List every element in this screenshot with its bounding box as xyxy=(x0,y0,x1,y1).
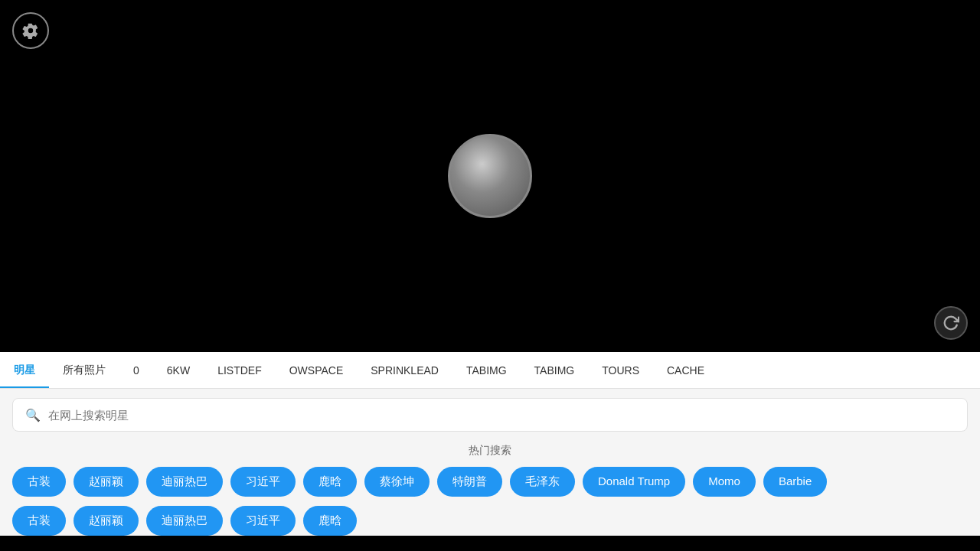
search-icon: 🔍 xyxy=(25,408,41,422)
tag-zhaoliying[interactable]: 赵丽颖 xyxy=(74,467,139,497)
video-area xyxy=(0,0,980,352)
bottom-tag-4[interactable]: 鹿晗 xyxy=(303,506,357,536)
tag-luhan[interactable]: 鹿晗 xyxy=(303,467,357,497)
tag-telangpu[interactable]: 特朗普 xyxy=(437,467,502,497)
search-input[interactable] xyxy=(48,409,955,422)
tab-tours[interactable]: TOURS xyxy=(588,352,653,388)
loading-spinner xyxy=(448,134,532,218)
tab-all-photos[interactable]: 所有照片 xyxy=(49,352,119,388)
bottom-tag-3[interactable]: 习近平 xyxy=(230,506,296,536)
tab-mingxing[interactable]: 明星 xyxy=(0,352,49,388)
hot-search-title: 热门搜索 xyxy=(12,444,968,458)
refresh-button[interactable] xyxy=(934,306,968,340)
tab-bar: 明星 所有照片 0 6KW LISTDEF OWSPACE SPRINKLEAD… xyxy=(0,352,980,389)
bottom-tag-2[interactable]: 迪丽热巴 xyxy=(146,506,223,536)
tag-dilireba[interactable]: 迪丽热巴 xyxy=(146,467,223,497)
bottom-tag-1[interactable]: 赵丽颖 xyxy=(74,506,139,536)
gear-icon xyxy=(22,22,39,39)
tag-momo[interactable]: Momo xyxy=(693,467,756,497)
hot-tags-container: 古装 赵丽颖 迪丽热巴 习近平 鹿晗 蔡徐坤 特朗普 毛泽东 Donald Tr… xyxy=(12,467,968,497)
tab-owspace[interactable]: OWSPACE xyxy=(276,352,358,388)
tab-sprinklead[interactable]: SPRINKLEAD xyxy=(357,352,452,388)
settings-button[interactable] xyxy=(12,12,49,49)
tag-guzhuang[interactable]: 古装 xyxy=(12,467,66,497)
bottom-tag-0[interactable]: 古装 xyxy=(12,506,66,536)
tab-tabimg-1[interactable]: TABIMG xyxy=(452,352,521,388)
tag-donald-trump[interactable]: Donald Trump xyxy=(583,467,685,497)
hot-search-area: 热门搜索 古装 赵丽颖 迪丽热巴 习近平 鹿晗 蔡徐坤 特朗普 毛泽东 Dona… xyxy=(0,438,980,506)
tab-0[interactable]: 0 xyxy=(119,352,153,388)
tag-barbie[interactable]: Barbie xyxy=(763,467,827,497)
tab-listdef[interactable]: LISTDEF xyxy=(204,352,276,388)
tag-maozedong[interactable]: 毛泽东 xyxy=(510,467,575,497)
refresh-icon xyxy=(942,315,959,331)
tag-xijinping[interactable]: 习近平 xyxy=(230,467,296,497)
bottom-tags-row: 古装 赵丽颖 迪丽热巴 习近平 鹿晗 xyxy=(0,506,980,536)
tab-tabimg-2[interactable]: TABIMG xyxy=(521,352,589,388)
tag-caixukun[interactable]: 蔡徐坤 xyxy=(364,467,430,497)
tab-6kw[interactable]: 6KW xyxy=(153,352,204,388)
tab-cache[interactable]: CACHE xyxy=(653,352,718,388)
search-area: 🔍 xyxy=(0,389,980,438)
search-bar: 🔍 xyxy=(12,398,968,432)
